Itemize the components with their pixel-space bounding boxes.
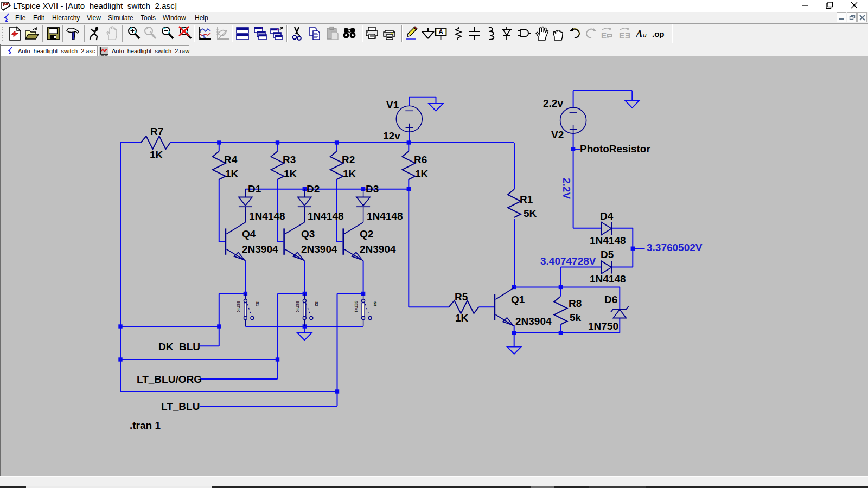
svg-text:Q3: Q3 (301, 228, 315, 240)
svg-text:D2: D2 (307, 183, 320, 195)
svg-text:1K: 1K (284, 168, 297, 179)
svg-text:1K: 1K (455, 312, 469, 324)
svg-text:2N3904: 2N3904 (515, 316, 552, 327)
svg-text:D1: D1 (248, 183, 261, 195)
svg-text:V2: V2 (551, 129, 564, 140)
svg-text:R5: R5 (455, 291, 468, 303)
svg-text:5K: 5K (524, 208, 537, 219)
svg-text:SET=1: SET=1 (354, 301, 358, 313)
svg-text:1N4148: 1N4148 (367, 210, 403, 222)
svg-text:S1: S1 (256, 301, 259, 306)
svg-text:1N4148: 1N4148 (308, 210, 344, 222)
svg-text:LT_BLU/ORG: LT_BLU/ORG (137, 374, 202, 385)
svg-text:5k: 5k (570, 312, 582, 323)
svg-text:3.3760502V: 3.3760502V (647, 242, 703, 253)
svg-text:DK_BLU: DK_BLU (158, 341, 200, 352)
svg-text:SET=0: SET=0 (237, 301, 240, 313)
svg-text:1N750: 1N750 (588, 320, 618, 332)
svg-text:LT_BLU: LT_BLU (161, 401, 200, 412)
svg-text:1N4148: 1N4148 (249, 210, 285, 222)
svg-text:V1: V1 (386, 99, 399, 111)
svg-text:R8: R8 (569, 298, 582, 309)
svg-text:3.4074728V: 3.4074728V (540, 255, 596, 267)
svg-text:R7: R7 (150, 126, 163, 137)
svg-text:1K: 1K (415, 168, 429, 179)
svg-text:S3: S3 (373, 301, 377, 306)
svg-text:D5: D5 (601, 249, 614, 260)
svg-text:SET=0: SET=0 (296, 301, 299, 313)
svg-text:2N3904: 2N3904 (301, 243, 337, 255)
svg-text:2.2V: 2.2V (561, 178, 572, 199)
svg-text:2N3904: 2N3904 (242, 243, 278, 255)
svg-text:R4: R4 (224, 154, 238, 165)
svg-text:R6: R6 (414, 154, 427, 165)
svg-text:D6: D6 (604, 294, 617, 305)
svg-text:Q2: Q2 (360, 228, 373, 240)
svg-text:1K: 1K (150, 149, 163, 160)
svg-text:Q4: Q4 (242, 228, 256, 240)
svg-text:PhotoResistor: PhotoResistor (580, 143, 650, 155)
svg-text:S2: S2 (315, 301, 318, 306)
svg-text:R3: R3 (283, 154, 296, 165)
svg-text:R2: R2 (342, 154, 355, 165)
svg-text:2N3904: 2N3904 (360, 243, 396, 255)
svg-text:12v: 12v (383, 130, 400, 142)
svg-text:2.2v: 2.2v (543, 98, 563, 109)
svg-text:Q1: Q1 (511, 294, 525, 305)
svg-text:1K: 1K (343, 168, 356, 179)
svg-text:D4: D4 (600, 210, 614, 222)
svg-text:R1: R1 (520, 194, 533, 205)
svg-text:.tran 1: .tran 1 (130, 420, 161, 431)
svg-text:1N4148: 1N4148 (590, 273, 626, 285)
svg-text:1N4148: 1N4148 (590, 235, 626, 246)
svg-text:D3: D3 (366, 183, 379, 195)
svg-text:1K: 1K (225, 168, 239, 179)
